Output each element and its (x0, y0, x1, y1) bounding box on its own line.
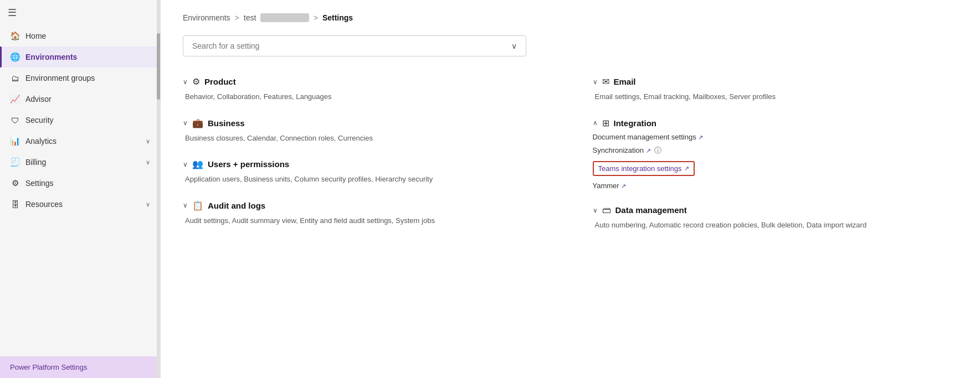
section-header-users: ∨ 👥 Users + permissions (183, 159, 548, 169)
section-header-integration: ∧ ⊞ Integration (593, 118, 958, 128)
email-title: Email (614, 77, 636, 86)
analytics-chevron: ∨ (146, 138, 150, 145)
sidebar-item-advisor[interactable]: 📈 Advisor (0, 89, 160, 110)
business-icon: 💼 (192, 118, 203, 128)
sidebar-scroll: 🏠 Home 🌐 Environments 🗂 Environment grou… (0, 25, 160, 356)
email-chevron[interactable]: ∨ (593, 78, 598, 86)
resources-icon: 🗄 (10, 199, 20, 209)
sidebar-item-label: Environments (25, 53, 77, 61)
resources-chevron: ∨ (146, 201, 150, 208)
home-icon: 🏠 (10, 31, 20, 41)
email-icon: ✉ (602, 76, 609, 87)
sidebar-item-label: Security (25, 116, 54, 125)
yammer-label: Yammer (593, 182, 619, 190)
sidebar: ☰ 🏠 Home 🌐 Environments 🗂 Environment gr… (0, 0, 161, 378)
settings-icon: ⚙ (10, 178, 20, 188)
users-description: Application users, Business units, Colum… (183, 174, 548, 185)
section-email: ∨ ✉ Email Email settings, Email tracking… (593, 76, 958, 102)
analytics-icon: 📊 (10, 136, 20, 146)
users-icon: 👥 (192, 159, 203, 169)
hamburger-icon[interactable]: ☰ (8, 7, 17, 19)
audit-description: Audit settings, Audit summary view, Enti… (183, 215, 548, 226)
teams-integration-link[interactable]: Teams integration settings ↗ (593, 161, 695, 176)
sidebar-item-settings[interactable]: ⚙ Settings (0, 173, 160, 194)
audit-chevron[interactable]: ∨ (183, 201, 188, 209)
external-link-icon-doc: ↗ (698, 134, 703, 141)
sidebar-item-environments[interactable]: 🌐 Environments (0, 46, 160, 68)
sidebar-item-label: Billing (25, 158, 46, 167)
link-row-doc-mgmt: Document management settings ↗ (593, 133, 958, 141)
integration-links: Document management settings ↗ Synchroni… (593, 133, 958, 190)
product-chevron[interactable]: ∨ (183, 78, 188, 86)
sidebar-top: ☰ (0, 0, 160, 25)
section-header-product: ∨ ⚙ Product (183, 76, 548, 87)
breadcrumb-sep1: > (235, 13, 239, 22)
integration-chevron[interactable]: ∧ (593, 119, 598, 127)
data-mgmt-chevron[interactable]: ∨ (593, 206, 598, 214)
sidebar-item-label: Resources (25, 200, 63, 209)
breadcrumb-environments[interactable]: Environments (183, 13, 230, 22)
users-chevron[interactable]: ∨ (183, 160, 188, 168)
business-chevron[interactable]: ∨ (183, 119, 188, 127)
environment-groups-icon: 🗂 (10, 73, 20, 83)
section-header-email: ∨ ✉ Email (593, 76, 958, 87)
breadcrumb-test[interactable]: test (244, 13, 256, 22)
data-mgmt-title: Data management (615, 205, 687, 215)
sidebar-item-label: Advisor (25, 95, 52, 103)
scrollbar-thumb[interactable] (157, 33, 160, 100)
data-mgmt-icon: 🗃 (602, 205, 611, 215)
sidebar-item-label: Analytics (25, 137, 57, 146)
breadcrumb-blurred: ████████ (260, 13, 309, 22)
sidebar-item-security[interactable]: 🛡 Security (0, 110, 160, 131)
sidebar-item-label: Home (25, 32, 46, 40)
doc-mgmt-label: Document management settings (593, 133, 696, 141)
section-header-audit: ∨ 📋 Audit and logs (183, 200, 548, 211)
link-row-teams: Teams integration settings ↗ (593, 160, 958, 177)
section-product: ∨ ⚙ Product Behavior, Collaboration, Fea… (183, 76, 548, 102)
external-link-icon-teams: ↗ (684, 165, 689, 172)
section-header-business: ∨ 💼 Business (183, 118, 548, 128)
security-icon: 🛡 (10, 115, 20, 125)
product-description: Behavior, Collaboration, Features, Langu… (183, 91, 548, 102)
product-title: Product (204, 77, 236, 86)
environments-icon: 🌐 (10, 52, 20, 62)
search-input[interactable] (192, 42, 511, 50)
sidebar-item-environment-groups[interactable]: 🗂 Environment groups (0, 68, 160, 89)
email-description: Email settings, Email tracking, Mailboxe… (593, 91, 958, 102)
sidebar-item-analytics[interactable]: 📊 Analytics ∨ (0, 131, 160, 152)
external-link-icon-sync: ↗ (646, 147, 651, 154)
integration-title: Integration (614, 118, 657, 128)
chevron-down-icon: ∨ (511, 42, 517, 50)
info-icon[interactable]: ⓘ (654, 146, 661, 156)
breadcrumb: Environments > test ████████ > Settings (183, 13, 958, 22)
data-mgmt-description: Auto numbering, Automatic record creatio… (593, 220, 958, 231)
integration-icon: ⊞ (602, 118, 609, 128)
product-icon: ⚙ (192, 76, 200, 87)
billing-icon: 🧾 (10, 157, 20, 167)
sidebar-bottom-item[interactable]: Power Platform Settings (0, 356, 160, 378)
yammer-link[interactable]: Yammer ↗ (593, 182, 627, 190)
advisor-icon: 📈 (10, 94, 20, 104)
section-users-permissions: ∨ 👥 Users + permissions Application user… (183, 159, 548, 185)
doc-mgmt-link[interactable]: Document management settings ↗ (593, 133, 704, 141)
left-column: ∨ ⚙ Product Behavior, Collaboration, Fea… (183, 76, 548, 246)
section-header-data-mgmt: ∨ 🗃 Data management (593, 205, 958, 215)
sidebar-item-label: Environment groups (25, 74, 95, 82)
business-title: Business (208, 118, 245, 128)
link-row-sync: Synchronization ↗ ⓘ (593, 146, 958, 156)
breadcrumb-current: Settings (322, 13, 353, 22)
main-content: Environments > test ████████ > Settings … (161, 0, 980, 378)
sync-link[interactable]: Synchronization ↗ (593, 146, 651, 154)
search-bar[interactable]: ∨ (183, 35, 526, 56)
sidebar-item-label: Settings (25, 179, 54, 188)
scrollbar-track (157, 0, 160, 378)
billing-chevron: ∨ (146, 159, 150, 166)
sidebar-item-resources[interactable]: 🗄 Resources ∨ (0, 194, 160, 215)
audit-title: Audit and logs (208, 201, 265, 210)
section-data-mgmt: ∨ 🗃 Data management Auto numbering, Auto… (593, 205, 958, 231)
section-integration: ∧ ⊞ Integration Document management sett… (593, 118, 958, 190)
audit-icon: 📋 (192, 200, 203, 211)
sidebar-item-home[interactable]: 🏠 Home (0, 25, 160, 46)
sidebar-item-billing[interactable]: 🧾 Billing ∨ (0, 152, 160, 173)
users-title: Users + permissions (208, 159, 289, 169)
